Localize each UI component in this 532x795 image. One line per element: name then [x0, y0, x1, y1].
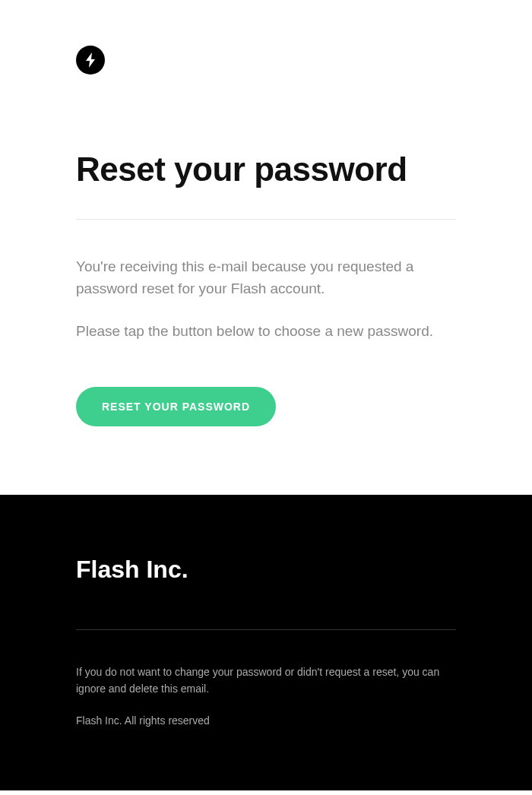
- instruction-paragraph: Please tap the button below to choose a …: [76, 321, 456, 343]
- copyright-text: Flash Inc. All rights reserved: [76, 712, 456, 729]
- disclaimer-text: If you do not want to change your passwo…: [76, 664, 456, 698]
- intro-paragraph: You're receiving this e-mail because you…: [76, 256, 456, 299]
- divider: [76, 219, 456, 220]
- flash-logo-icon: [76, 46, 105, 74]
- footer: Flash Inc. If you do not want to change …: [0, 495, 532, 790]
- company-name: Flash Inc.: [76, 556, 456, 584]
- page-title: Reset your password: [76, 150, 456, 188]
- main-content: Reset your password You're receiving thi…: [0, 0, 532, 495]
- reset-password-button[interactable]: RESET YOUR PASSWORD: [76, 387, 276, 426]
- footer-divider: [76, 629, 456, 630]
